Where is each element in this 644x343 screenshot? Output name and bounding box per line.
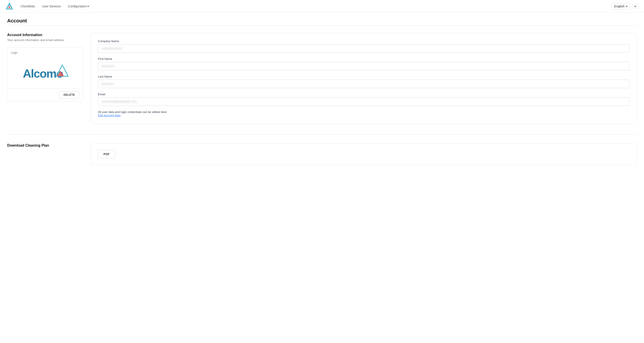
download-cleaning-title: Download Cleaning Plan [7,143,83,148]
pdf-card: PDF [90,143,637,165]
account-info-left: Account Information Your account informa… [7,33,83,124]
nav-checklists[interactable]: Checklists [20,5,35,8]
last-name-input[interactable] [98,80,630,88]
company-name-input[interactable] [98,44,630,53]
section-separator [7,134,637,135]
page-title: Account [7,18,637,24]
user-chevron-icon [634,5,636,7]
nav-right: English [611,3,638,10]
alcomo-logo-svg: Alcomo [20,62,70,80]
download-cleaning-section: Download Cleaning Plan PDF [7,143,637,165]
last-name-group: Last Name [98,75,630,88]
language-chevron-icon [626,5,628,7]
company-name-label: Company Name [98,40,630,43]
download-cleaning-left: Download Cleaning Plan [7,143,83,165]
account-info-subtitle: Your account information and email addre… [7,38,83,42]
logo-card-footer: DELETE [8,88,83,101]
edit-account-link[interactable]: Edit account data [98,114,120,117]
nav-user-devices[interactable]: User Devices [42,5,61,8]
page-content: Account Account Information Your account… [0,13,644,170]
logo-card: Logo Alcomo [7,47,83,101]
account-form-card: Company Name First Name Last Name Email … [90,33,637,124]
logo-display: Alcomo [11,58,80,85]
email-label: Email [98,93,630,96]
pdf-button[interactable]: PDF [98,150,116,158]
email-input[interactable] [98,97,630,106]
delete-logo-button[interactable]: DELETE [59,91,80,98]
first-name-group: First Name [98,57,630,70]
email-group: Email [98,93,630,106]
logo-card-body: Logo Alcomo [8,47,83,88]
navbar: Checklists User Devices Configuration En… [0,0,644,13]
last-name-label: Last Name [98,75,630,78]
nav-links: Checklists User Devices Configuration [20,5,611,8]
account-info-section: Account Information Your account informa… [7,33,637,124]
user-menu[interactable] [632,4,638,8]
navbar-logo[interactable] [6,2,14,10]
logo-card-label: Logo [11,51,18,54]
nav-configuration[interactable]: Configuration [68,5,89,8]
first-name-label: First Name [98,57,630,61]
language-label: English [614,5,624,8]
edit-note: All user data and login credentials can … [98,110,630,117]
svg-text:Alcomo: Alcomo [23,67,63,80]
configuration-chevron-icon [87,5,90,7]
language-selector[interactable]: English [611,3,630,10]
account-info-title: Account Information [7,33,83,37]
first-name-input[interactable] [98,62,630,70]
company-name-group: Company Name [98,40,630,53]
page-divider [7,26,637,26]
